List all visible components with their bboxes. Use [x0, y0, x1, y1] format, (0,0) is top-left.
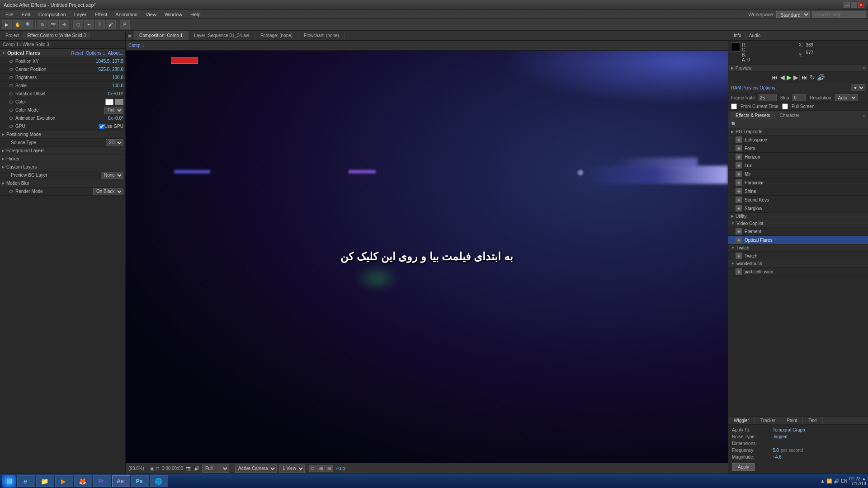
tool-text[interactable]: T [95, 20, 105, 29]
preview-header[interactable]: ▶ Preview ≡ [728, 65, 868, 72]
footage-tab[interactable]: Footage: (none) [255, 31, 298, 40]
close-button[interactable]: ✕ [858, 2, 864, 8]
effects-item-particle-illusion[interactable]: ◈ particleIllusion [728, 267, 868, 276]
brightness-value[interactable]: 100.0 [112, 75, 123, 80]
from-current-time-checkbox[interactable] [731, 103, 737, 109]
minimize-button[interactable]: — [844, 2, 850, 8]
menu-view[interactable]: View [142, 11, 160, 18]
view-btn-2[interactable]: ⊞ [317, 465, 325, 472]
utility-header[interactable]: ▶ Utility [728, 213, 868, 220]
reset-link[interactable]: Reset [71, 51, 83, 56]
color-swatch[interactable] [105, 99, 113, 105]
view-btn-1[interactable]: □ [309, 465, 316, 472]
menu-effect[interactable]: Effect [91, 11, 111, 18]
go-to-end-button[interactable]: ⏭ [802, 74, 808, 81]
video-copilot-header[interactable]: ▼ Video Copilot [728, 220, 868, 227]
menu-file[interactable]: File [2, 11, 17, 18]
info-tab[interactable]: Info [730, 32, 745, 39]
project-tab[interactable]: Project [2, 32, 24, 39]
effects-item-lux[interactable]: ◈ Lux [728, 161, 868, 170]
gpu-checkbox[interactable] [99, 124, 104, 129]
go-to-start-button[interactable]: ⏮ [772, 74, 778, 81]
preview-bg-select[interactable]: None [101, 172, 123, 179]
center-position-value[interactable]: 525.0, 288.0 [98, 67, 123, 72]
magnitude-value[interactable]: +4.6 [773, 455, 782, 460]
effect-controls-tab[interactable]: Effect Controls: White Solid 3 [24, 32, 90, 39]
expand-icon[interactable]: ▼ [2, 51, 5, 55]
taskbar-media[interactable]: ▶ [55, 475, 73, 487]
rotation-value[interactable]: 0x+0.0° [108, 91, 123, 96]
loop-button[interactable]: ↻ [810, 74, 815, 81]
character-tab[interactable]: Character [775, 112, 805, 119]
effects-item-mir[interactable]: ◈ Mir [728, 170, 868, 178]
tool-pan[interactable]: ✛ [59, 20, 69, 29]
positioning-mode-group[interactable]: ▶ Positioning Mode [0, 131, 125, 139]
effects-item-horizon[interactable]: ◈ Horizon [728, 153, 868, 161]
prev-frame-button[interactable]: ◀ [780, 74, 785, 81]
tool-rotate[interactable]: ↻ [38, 20, 47, 29]
about-link[interactable]: About... [108, 51, 123, 56]
menu-composition[interactable]: Composition [35, 11, 70, 18]
start-button[interactable]: ⊞ [2, 475, 16, 488]
audio-toggle-button[interactable]: 🔊 [817, 74, 825, 81]
tool-camera[interactable]: 📷 [48, 20, 58, 29]
quality-select[interactable]: FullHalfQuarter [202, 465, 229, 473]
scale-value[interactable]: 100.0 [112, 83, 123, 88]
menu-help[interactable]: Help [187, 11, 204, 18]
taskbar-ps[interactable]: Ps [131, 475, 149, 487]
wiggler-apply-button[interactable]: Apply [732, 463, 755, 471]
effects-item-starglow[interactable]: ◈ Starglow [728, 204, 868, 213]
effects-item-twitch[interactable]: ◈ Twitch [728, 252, 868, 260]
position-xy-value[interactable]: 1045.5, 167.5 [96, 59, 123, 64]
color-mode-select[interactable]: Tint [104, 107, 123, 114]
resolution-select[interactable]: Auto [835, 94, 858, 101]
preview-menu-icon[interactable]: ≡ [863, 66, 865, 70]
next-frame-button[interactable]: ▶| [793, 74, 800, 81]
effects-item-echospace[interactable]: ◈ Echospace [728, 136, 868, 144]
taskbar-ae[interactable]: Ae [112, 475, 130, 487]
workspace-dropdown[interactable]: Standard [776, 11, 810, 18]
motion-blur-group[interactable]: ▶ Motion Blur [0, 179, 125, 188]
effects-item-shine[interactable]: ◈ Shine [728, 187, 868, 196]
text-anim-tab[interactable]: Text [803, 417, 822, 424]
taskbar-chrome[interactable]: 🌐 [150, 475, 168, 487]
window-controls[interactable]: — □ ✕ [844, 2, 864, 8]
effects-item-form[interactable]: ◈ Form [728, 144, 868, 153]
custom-layers-group[interactable]: ▶ Custom Layers [0, 163, 125, 171]
effects-menu-icon[interactable]: ≡ [863, 113, 865, 118]
ram-preview-label[interactable]: RAM Preview Options [731, 85, 849, 90]
flowchart-tab[interactable]: Flowchart: (none) [298, 31, 345, 40]
comp-tab-main[interactable]: Composition: Comp 1 [134, 31, 189, 40]
options-link[interactable]: Options... [86, 51, 105, 56]
flicker-group[interactable]: ▶ Flicker [0, 155, 125, 163]
effects-search-input[interactable] [728, 120, 868, 128]
tool-puppet[interactable]: P [120, 20, 130, 29]
tool-hand[interactable]: ✋ [13, 20, 23, 29]
render-mode-select[interactable]: On Black [93, 188, 123, 195]
camera-select[interactable]: Active Camera [235, 465, 277, 473]
tool-select[interactable]: ▶ [2, 20, 12, 29]
ram-preview-dropdown[interactable]: ▼ [851, 84, 865, 91]
effects-item-element[interactable]: ◈ Element [728, 227, 868, 236]
taskbar-explorer[interactable]: 📁 [36, 475, 54, 487]
paint-tab[interactable]: Paint [781, 417, 803, 424]
wondertouch-header[interactable]: ▼ wondertouch [728, 260, 868, 267]
effects-presets-tab[interactable]: Effects & Presets [731, 112, 775, 119]
rg-trapcode-header[interactable]: ▶ RG Trapcode [728, 128, 868, 136]
taskbar-premiere[interactable]: Pr [93, 475, 111, 487]
full-screen-checkbox[interactable] [782, 103, 788, 109]
menu-edit[interactable]: Edit [18, 11, 34, 18]
effects-item-optical-flares[interactable]: ◈ Optical Flares [728, 236, 868, 244]
frame-rate-input[interactable] [759, 94, 777, 101]
tool-mask[interactable]: ⬡ [73, 20, 83, 29]
tool-brush[interactable]: 🖌 [106, 20, 116, 29]
audio-tab[interactable]: Audio [745, 32, 765, 39]
anim-evo-value[interactable]: 0x+0.0° [108, 116, 123, 121]
tracker-tab[interactable]: Tracker [755, 417, 782, 424]
taskbar-firefox[interactable]: 🦊 [74, 475, 92, 487]
maximize-button[interactable]: □ [851, 2, 857, 8]
tool-zoom[interactable]: 🔍 [24, 20, 33, 29]
comp-1-link[interactable]: Comp 1 [128, 43, 144, 48]
effects-item-particular[interactable]: ◈ Particular [728, 178, 868, 187]
search-help-input[interactable] [812, 11, 866, 18]
